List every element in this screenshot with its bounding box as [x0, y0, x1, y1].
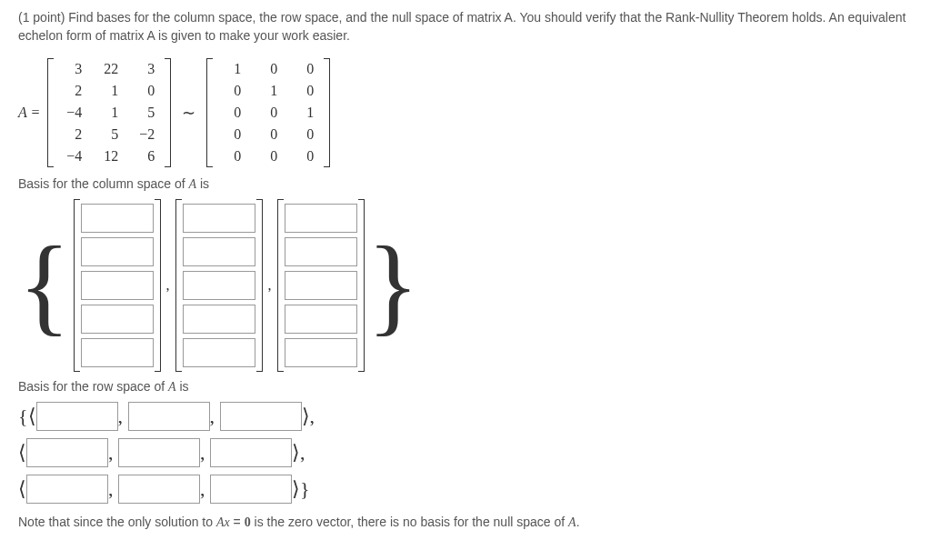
row-vector-2: ⟨ , , ⟩ , [18, 438, 913, 467]
row2-entry1[interactable] [26, 438, 108, 467]
row2-entry2[interactable] [118, 438, 200, 467]
col2-entry2[interactable] [183, 237, 255, 266]
matrix-echelon: 100 010 001 000 000 [206, 58, 330, 167]
row1-entry1[interactable] [36, 402, 118, 431]
col-space-label: Basis for the column space of A is [18, 176, 913, 192]
problem-text-content: Find bases for the column space, the row… [18, 10, 906, 43]
row-space-label: Basis for the row space of A is [18, 379, 913, 395]
col2-entry1[interactable] [183, 204, 255, 233]
col1-entry4[interactable] [81, 305, 154, 334]
null-space-note: Note that since the only solution to Ax … [18, 515, 913, 530]
open-brace-icon: { [18, 231, 71, 340]
col2-entry5[interactable] [183, 338, 255, 367]
matrix-equation: A = 3223 210 −415 25−2 −4126 ∼ 100 010 0… [18, 58, 913, 167]
row3-entry3[interactable] [210, 475, 292, 504]
col-space-basis: { , , } [18, 199, 913, 372]
row2-entry3[interactable] [210, 438, 292, 467]
close-brace-icon: } [367, 231, 420, 340]
problem-statement: (1 point) Find bases for the column spac… [18, 9, 913, 45]
col1-entry2[interactable] [81, 237, 154, 266]
row3-entry2[interactable] [118, 475, 200, 504]
row-vector-1: { ⟨ , , ⟩ , [18, 402, 913, 431]
col3-entry3[interactable] [285, 271, 357, 300]
col1-entry1[interactable] [81, 204, 154, 233]
col1-entry5[interactable] [81, 338, 154, 367]
col-vector-3 [277, 199, 365, 372]
row-vector-3: ⟨ , , ⟩ } [18, 475, 913, 504]
col3-entry4[interactable] [285, 305, 357, 334]
col2-entry3[interactable] [183, 271, 255, 300]
points-label: (1 point) [18, 10, 65, 25]
col3-entry5[interactable] [285, 338, 357, 367]
col2-entry4[interactable] [183, 305, 255, 334]
col1-entry3[interactable] [81, 271, 154, 300]
tilde-symbol: ∼ [182, 103, 195, 123]
col-vector-1 [74, 199, 161, 372]
matrix-A-label: A = [18, 105, 40, 121]
row3-entry1[interactable] [26, 475, 108, 504]
row1-entry2[interactable] [128, 402, 210, 431]
col-vector-2 [175, 199, 263, 372]
row1-entry3[interactable] [220, 402, 302, 431]
col3-entry2[interactable] [285, 237, 357, 266]
matrix-A: 3223 210 −415 25−2 −4126 [47, 58, 171, 167]
col3-entry1[interactable] [285, 204, 357, 233]
